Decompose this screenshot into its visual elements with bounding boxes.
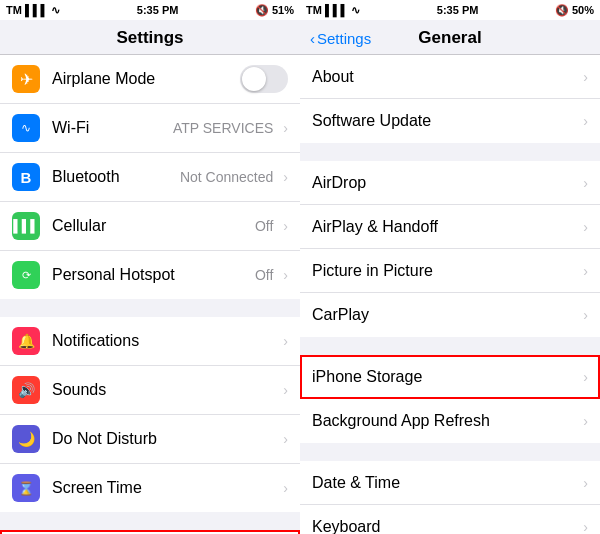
wifi-icon-left: ∿ <box>51 4 60 17</box>
time-left: 5:35 PM <box>137 4 179 16</box>
row-bluetooth[interactable]: B Bluetooth Not Connected › <box>0 153 300 202</box>
about-chevron: › <box>583 69 588 85</box>
right-divider-3 <box>300 443 600 461</box>
softwareupdate-label: Software Update <box>312 112 579 130</box>
airdrop-label: AirDrop <box>312 174 579 192</box>
right-status-right: 🔇 50% <box>555 4 594 17</box>
hotspot-label: Personal Hotspot <box>52 266 255 284</box>
airplane-label: Airplane Mode <box>52 70 240 88</box>
hotspot-value: Off <box>255 267 273 283</box>
bluetooth-chevron: › <box>283 169 288 185</box>
left-status-right: 🔇 51% <box>255 4 294 17</box>
iphonestorage-chevron: › <box>583 369 588 385</box>
row-screentime[interactable]: ⌛ Screen Time › <box>0 464 300 512</box>
divider-1 <box>0 299 300 317</box>
row-carplay[interactable]: CarPlay › <box>300 293 600 337</box>
row-keyboard[interactable]: Keyboard › <box>300 505 600 534</box>
airplane-icon: ✈ <box>12 65 40 93</box>
right-divider-1 <box>300 143 600 161</box>
row-wifi[interactable]: ∿ Wi-Fi ATP SERVICES › <box>0 104 300 153</box>
softwareupdate-chevron: › <box>583 113 588 129</box>
row-airplay[interactable]: AirPlay & Handoff › <box>300 205 600 249</box>
notifications-icon: 🔔 <box>12 327 40 355</box>
right-panel-header: ‹ Settings General <box>300 20 600 55</box>
cellular-chevron: › <box>283 218 288 234</box>
right-divider-2 <box>300 337 600 355</box>
right-panel: TM ▌▌▌ ∿ 5:35 PM 🔇 50% ‹ Settings Genera… <box>300 0 600 534</box>
datetime-chevron: › <box>583 475 588 491</box>
hotspot-icon: ⟳ <box>12 261 40 289</box>
row-airdrop[interactable]: AirDrop › <box>300 161 600 205</box>
battery-icon-left: 🔇 <box>255 4 269 17</box>
time-right: 5:35 PM <box>437 4 479 16</box>
airplane-toggle[interactable] <box>240 65 288 93</box>
screentime-chevron: › <box>283 480 288 496</box>
right-title: General <box>418 28 481 48</box>
datetime-group: Date & Time › Keyboard › Fonts › <box>300 461 600 534</box>
row-iphonestorage[interactable]: iPhone Storage › <box>300 355 600 399</box>
left-settings-list: ✈ Airplane Mode ∿ Wi-Fi ATP SERVICES › B… <box>0 55 300 534</box>
storage-group: iPhone Storage › Background App Refresh … <box>300 355 600 443</box>
row-sounds[interactable]: 🔊 Sounds › <box>0 366 300 415</box>
row-donotdisturb[interactable]: 🌙 Do Not Disturb › <box>0 415 300 464</box>
back-chevron: ‹ <box>310 30 315 47</box>
battery-pct-right: 50% <box>572 4 594 16</box>
signal-right: ▌▌▌ <box>325 4 348 16</box>
donotdisturb-chevron: › <box>283 431 288 447</box>
right-settings-list: About › Software Update › AirDrop › AirP… <box>300 55 600 534</box>
carrier-left: TM <box>6 4 22 16</box>
back-button[interactable]: ‹ Settings <box>310 30 371 47</box>
row-about[interactable]: About › <box>300 55 600 99</box>
sounds-icon: 🔊 <box>12 376 40 404</box>
cellular-value: Off <box>255 218 273 234</box>
row-backgroundapprefresh[interactable]: Background App Refresh › <box>300 399 600 443</box>
general-group: ⚙ General › ⊞ Control Center › AA Displa… <box>0 530 300 534</box>
left-panel-header: Settings <box>0 20 300 55</box>
pictureinpicture-chevron: › <box>583 263 588 279</box>
pictureinpicture-label: Picture in Picture <box>312 262 579 280</box>
sounds-chevron: › <box>283 382 288 398</box>
notifications-label: Notifications <box>52 332 279 350</box>
wifi-value: ATP SERVICES <box>173 120 273 136</box>
donotdisturb-label: Do Not Disturb <box>52 430 279 448</box>
row-datetime[interactable]: Date & Time › <box>300 461 600 505</box>
row-airplane[interactable]: ✈ Airplane Mode <box>0 55 300 104</box>
divider-2 <box>0 512 300 530</box>
datetime-label: Date & Time <box>312 474 579 492</box>
row-cellular[interactable]: ▌▌▌ Cellular Off › <box>0 202 300 251</box>
carrier-right: TM <box>306 4 322 16</box>
screentime-icon: ⌛ <box>12 474 40 502</box>
cellular-label: Cellular <box>52 217 255 235</box>
sounds-label: Sounds <box>52 381 279 399</box>
signal-left: ▌▌▌ <box>25 4 48 16</box>
airplay-label: AirPlay & Handoff <box>312 218 579 236</box>
left-status-left: TM ▌▌▌ ∿ <box>6 4 60 17</box>
carplay-chevron: › <box>583 307 588 323</box>
bluetooth-label: Bluetooth <box>52 168 180 186</box>
right-status-bar: TM ▌▌▌ ∿ 5:35 PM 🔇 50% <box>300 0 600 20</box>
about-group: About › Software Update › <box>300 55 600 143</box>
donotdisturb-icon: 🌙 <box>12 425 40 453</box>
hotspot-chevron: › <box>283 267 288 283</box>
battery-pct-left: 51% <box>272 4 294 16</box>
row-hotspot[interactable]: ⟳ Personal Hotspot Off › <box>0 251 300 299</box>
wifi-icon: ∿ <box>12 114 40 142</box>
notifications-group: 🔔 Notifications › 🔊 Sounds › 🌙 Do Not Di… <box>0 317 300 512</box>
right-status-left: TM ▌▌▌ ∿ <box>306 4 360 17</box>
bluetooth-icon: B <box>12 163 40 191</box>
row-pictureinpicture[interactable]: Picture in Picture › <box>300 249 600 293</box>
connectivity-group: ✈ Airplane Mode ∿ Wi-Fi ATP SERVICES › B… <box>0 55 300 299</box>
cellular-icon: ▌▌▌ <box>12 212 40 240</box>
backgroundapprefresh-label: Background App Refresh <box>312 412 579 430</box>
wifi-label: Wi-Fi <box>52 119 173 137</box>
keyboard-chevron: › <box>583 519 588 535</box>
keyboard-label: Keyboard <box>312 518 579 535</box>
row-softwareupdate[interactable]: Software Update › <box>300 99 600 143</box>
backgroundapprefresh-chevron: › <box>583 413 588 429</box>
left-status-bar: TM ▌▌▌ ∿ 5:35 PM 🔇 51% <box>0 0 300 20</box>
about-label: About <box>312 68 579 86</box>
back-label[interactable]: Settings <box>317 30 371 47</box>
row-general[interactable]: ⚙ General › <box>0 530 300 534</box>
row-notifications[interactable]: 🔔 Notifications › <box>0 317 300 366</box>
bluetooth-value: Not Connected <box>180 169 273 185</box>
